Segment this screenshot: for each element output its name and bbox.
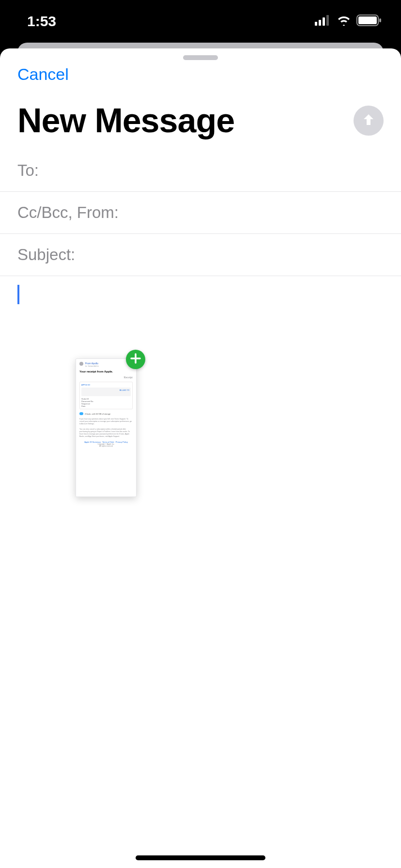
avatar <box>79 362 83 366</box>
attachment-para1: If you have any questions about your bil… <box>79 418 133 425</box>
arrow-up-icon <box>361 112 376 129</box>
text-cursor <box>17 285 19 304</box>
attachment-to: to: forwarded.to <box>85 365 99 367</box>
svg-rect-3 <box>326 15 329 26</box>
svg-rect-5 <box>358 16 377 24</box>
add-attachment-badge[interactable] <box>126 350 145 369</box>
page-title: New Message <box>17 101 234 140</box>
svg-rect-0 <box>315 22 317 26</box>
home-indicator[interactable] <box>136 855 265 860</box>
status-icons <box>315 15 382 28</box>
cellular-icon <box>315 15 331 28</box>
attachment-title: Your receipt from Apple. <box>79 370 133 373</box>
compose-sheet: Cancel New Message To: Cc/Bcc, From: Sub… <box>0 48 401 868</box>
appleid-label: APPLE ID <box>81 384 131 386</box>
svg-rect-6 <box>379 18 381 22</box>
ccbcc-field-row[interactable]: Cc/Bcc, From: <box>0 192 401 234</box>
attachment-para2: You can also cancel a subscription withi… <box>79 428 133 438</box>
svg-rect-1 <box>319 20 321 26</box>
receipt-label: Receipt <box>124 376 133 379</box>
ccbcc-label: Cc/Bcc, From: <box>17 203 119 222</box>
send-button[interactable] <box>354 106 384 136</box>
plus-icon <box>130 353 141 366</box>
svg-rect-2 <box>323 17 325 26</box>
attachment-drag-preview[interactable]: From Apollo to: forwarded.to Your receip… <box>76 358 137 497</box>
to-label: To: <box>17 161 39 180</box>
cancel-button[interactable]: Cancel <box>0 60 86 84</box>
to-field-row[interactable]: To: <box>0 150 401 192</box>
message-body[interactable] <box>0 276 401 313</box>
status-time: 1:53 <box>27 13 56 30</box>
attachment-thumbnail: From Apollo to: forwarded.to Your receip… <box>76 358 137 497</box>
subject-label: Subject: <box>17 246 75 264</box>
footer-rights: All rights reserved <box>79 445 133 447</box>
subject-field-row[interactable]: Subject: <box>0 234 401 276</box>
to-input[interactable] <box>41 161 309 180</box>
battery-icon <box>356 15 382 28</box>
sheet-grabber[interactable] <box>183 55 218 60</box>
icloud-plan: iCloud+ with 50 GB of storage <box>85 413 133 415</box>
billed-label: BILLED TO <box>120 389 129 391</box>
status-bar: 1:53 <box>0 0 401 43</box>
wifi-icon <box>336 15 352 28</box>
subject-input[interactable] <box>77 246 346 264</box>
icloud-icon <box>79 412 83 415</box>
